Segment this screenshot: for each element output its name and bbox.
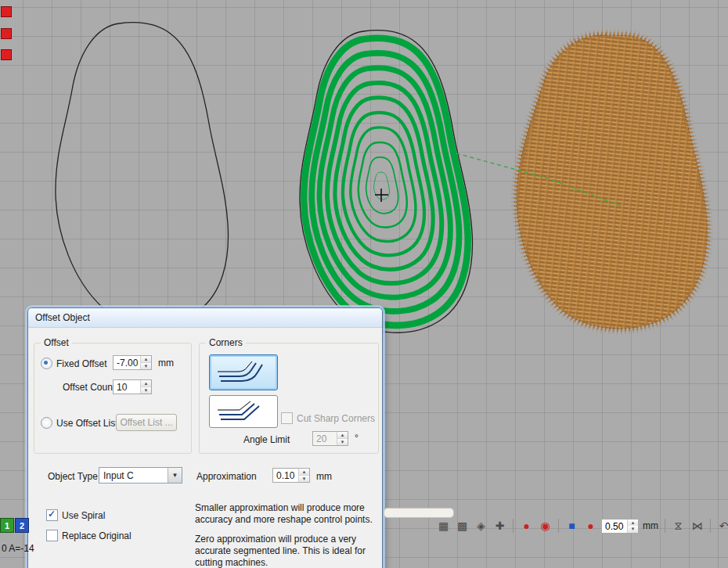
object-type-combo[interactable]: Input C ▼ (99, 467, 182, 484)
fixed-offset-input[interactable]: -7.00 ▲▼ (113, 355, 152, 370)
object-type-value: Input C (99, 468, 168, 483)
fixed-offset-unit: mm (158, 358, 174, 368)
rotate-ccw-icon[interactable]: ↶ (715, 517, 728, 534)
round-corner-style-button[interactable] (209, 354, 278, 390)
spinner-buttons[interactable]: ▲▼ (298, 469, 309, 482)
cut-sharp-corners-label: Cut Sharp Corners (297, 413, 375, 424)
spin-down-icon[interactable]: ▼ (337, 439, 348, 445)
fixed-offset-label: Fixed Offset (56, 358, 106, 369)
spinner-buttons[interactable]: ▲▼ (140, 356, 151, 369)
offset-group: Offset Fixed Offset -7.00 ▲▼ mm Offset C… (34, 343, 192, 454)
offset-count-value[interactable]: 10 (114, 380, 140, 394)
offset-group-label: Offset (41, 337, 72, 348)
approximation-input[interactable]: 0.10 ▲▼ (272, 468, 310, 483)
offset-count-label: Offset Count (63, 382, 115, 393)
replace-original-label: Replace Original (62, 530, 132, 541)
chevron-down-icon[interactable]: ▼ (168, 468, 182, 483)
use-offset-list-label: Use Offset List (56, 418, 117, 429)
spinner-buttons[interactable]: ▲▼ (140, 380, 151, 394)
flip-horizontal-icon[interactable]: ⋈ (689, 517, 705, 534)
color-swatch-red[interactable] (1, 49, 12, 60)
corners-group: Corners Cut Sharp Corners Angle Limit 20… (199, 343, 379, 454)
spin-down-icon[interactable]: ▼ (628, 526, 638, 533)
checkbox-icon[interactable] (46, 530, 58, 541)
spinner-buttons[interactable]: ▲▼ (627, 519, 638, 533)
sharp-corner-style-button[interactable] (209, 395, 278, 428)
add-point-icon[interactable]: ✚ (492, 517, 508, 534)
stitch-width-value[interactable]: 0.50 (602, 519, 627, 533)
offset-list-button[interactable]: Offset List ... (116, 414, 177, 431)
reshape-icon[interactable]: ◈ (473, 517, 489, 534)
spin-down-icon[interactable]: ▼ (299, 476, 309, 482)
end-point-icon[interactable]: ◉ (537, 517, 553, 534)
dialog-title[interactable]: Offset Object (28, 308, 382, 328)
help-paragraph: Smaller approximation will produce more … (195, 502, 381, 525)
crosshair-cursor (375, 189, 388, 202)
sharp-corner-icon (216, 401, 271, 422)
angle-limit-value[interactable]: 20 (313, 432, 337, 445)
toolbar-separator (665, 519, 665, 533)
object-badge-1[interactable]: 1 (0, 518, 14, 533)
checkbox-icon[interactable] (46, 509, 58, 521)
approximation-help: Smaller approximation will produce more … (195, 502, 381, 568)
approximation-value[interactable]: 0.10 (273, 469, 298, 482)
round-corner-icon (216, 361, 271, 384)
object-sequence-badges: 1 2 (0, 518, 29, 533)
entry-marker-icon[interactable]: ■ (564, 517, 580, 534)
angle-limit-unit: ° (355, 433, 359, 444)
toolbar-separator (710, 519, 711, 533)
stitch-fill-object[interactable] (517, 35, 707, 329)
offset-count-input[interactable]: 10 ▲▼ (113, 379, 152, 394)
corners-group-label: Corners (206, 337, 246, 348)
toolbar-separator (513, 519, 514, 533)
spin-up-icon[interactable]: ▲ (141, 380, 151, 387)
spin-up-icon[interactable]: ▲ (628, 519, 638, 527)
stitch-width-unit: mm (643, 520, 658, 531)
bottom-toolbar: ▦ ▩ ◈ ✚ ● ◉ ■ ● 0.50 ▲▼ mm ⧖ ⋈ ↶ ↷ ↺ ↻ (435, 517, 728, 534)
use-offset-list-radio[interactable]: Use Offset List (41, 417, 117, 429)
flip-vertical-icon[interactable]: ⧖ (670, 517, 687, 534)
fixed-offset-radio[interactable]: Fixed Offset (41, 358, 106, 369)
angle-limit-input[interactable]: 20 ▲▼ (312, 431, 348, 446)
object-badge-2[interactable]: 2 (15, 518, 29, 533)
spinner-buttons[interactable]: ▲▼ (337, 432, 348, 445)
exit-marker-icon[interactable]: ● (582, 517, 599, 534)
status-text: 0 A=-14 (2, 543, 34, 554)
start-point-icon[interactable]: ● (518, 517, 535, 534)
spin-up-icon[interactable]: ▲ (337, 432, 348, 439)
use-spiral-label: Use Spiral (62, 510, 105, 521)
outline-object[interactable] (56, 23, 229, 325)
color-swatch-red[interactable] (1, 28, 12, 39)
radio-icon[interactable] (41, 358, 52, 369)
stitch-width-input[interactable]: 0.50 ▲▼ (601, 519, 639, 534)
approximation-label: Approximation (196, 471, 257, 482)
checkbox-icon[interactable] (281, 412, 293, 424)
replace-original-checkbox[interactable]: Replace Original (46, 530, 132, 541)
approximation-unit: mm (316, 471, 332, 482)
object-type-label: Object Type (48, 471, 98, 482)
grid-icon[interactable]: ▦ (435, 517, 452, 534)
color-swatch-red[interactable] (1, 6, 12, 17)
toolbar-separator (558, 519, 559, 533)
angle-limit-label: Angle Limit (243, 434, 290, 445)
radio-icon[interactable] (41, 417, 52, 429)
spin-down-icon[interactable]: ▼ (141, 387, 151, 394)
use-spiral-checkbox[interactable]: Use Spiral (46, 509, 105, 521)
stitch-list-icon[interactable]: ▩ (454, 517, 470, 534)
spin-up-icon[interactable]: ▲ (299, 469, 309, 476)
help-paragraph: Zero approximation will produce a very a… (195, 534, 381, 568)
offset-object-dialog: Offset Object Offset Fixed Offset -7.00 … (27, 307, 383, 568)
design-workspace: { "dialog": { "title": "Offset Object", … (0, 0, 728, 568)
cut-sharp-corners-checkbox[interactable]: Cut Sharp Corners (281, 412, 375, 424)
spin-down-icon[interactable]: ▼ (141, 363, 151, 369)
fixed-offset-value[interactable]: -7.00 (114, 356, 140, 369)
offset-spiral-object[interactable] (300, 31, 473, 333)
spin-up-icon[interactable]: ▲ (141, 356, 151, 363)
